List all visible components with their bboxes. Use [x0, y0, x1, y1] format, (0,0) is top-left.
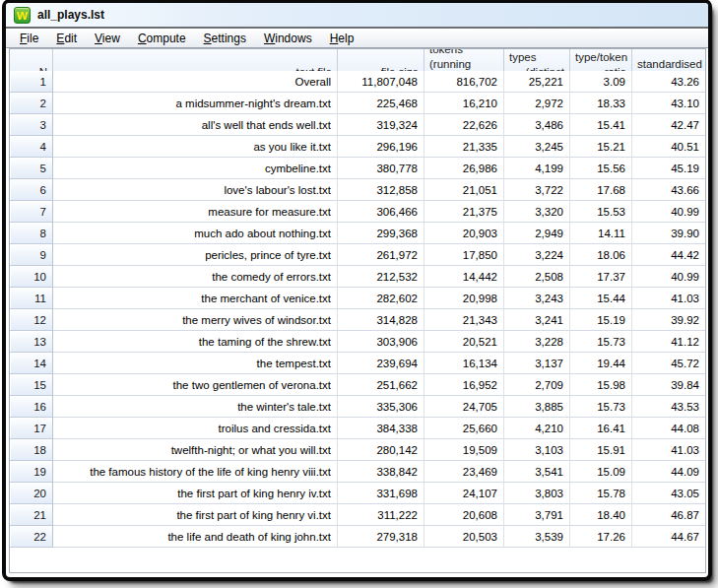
- cell-text_file[interactable]: the comedy of errors.txt: [53, 266, 338, 288]
- cell-tokens[interactable]: 20,998: [424, 288, 504, 309]
- cell-file_size[interactable]: 11,807,048: [338, 71, 424, 93]
- cell-text_file[interactable]: the life and death of king john.txt: [53, 526, 338, 548]
- cell-file_size[interactable]: 319,324: [338, 114, 424, 136]
- cell-tokens[interactable]: 19,509: [424, 439, 504, 461]
- cell-tokens[interactable]: 23,469: [424, 461, 504, 483]
- row-number[interactable]: 7: [10, 201, 53, 223]
- cell-text_file[interactable]: the winter's tale.txt: [53, 396, 338, 418]
- cell-sttr[interactable]: 46.87: [632, 504, 705, 526]
- cell-types[interactable]: 3,486: [504, 114, 570, 136]
- cell-ttr[interactable]: 15.44: [570, 288, 632, 309]
- menu-item-windows[interactable]: Windows: [255, 31, 321, 46]
- cell-file_size[interactable]: 311,222: [338, 504, 424, 526]
- cell-ttr[interactable]: 15.98: [570, 374, 632, 396]
- cell-types[interactable]: 3,224: [504, 244, 570, 266]
- cell-text_file[interactable]: troilus and cressida.txt: [53, 418, 338, 439]
- cell-ttr[interactable]: 14.11: [570, 223, 632, 244]
- cell-ttr[interactable]: 18.33: [570, 93, 632, 114]
- cell-sttr[interactable]: 41.03: [632, 439, 705, 461]
- cell-tokens[interactable]: 816,702: [424, 71, 504, 93]
- cell-file_size[interactable]: 384,338: [338, 418, 424, 439]
- cell-text_file[interactable]: the first part of king henry vi.txt: [53, 504, 338, 526]
- row-number[interactable]: 10: [10, 266, 53, 288]
- cell-types[interactable]: 3,803: [504, 483, 570, 504]
- cell-file_size[interactable]: 282,602: [338, 288, 424, 309]
- cell-sttr[interactable]: 40.99: [632, 201, 705, 223]
- cell-text_file[interactable]: the taming of the shrew.txt: [53, 331, 338, 353]
- cell-file_size[interactable]: 212,532: [338, 266, 424, 288]
- row-number[interactable]: 22: [10, 526, 53, 548]
- row-number[interactable]: 3: [10, 114, 53, 136]
- cell-types[interactable]: 3,245: [504, 136, 570, 158]
- row-number[interactable]: 9: [10, 244, 53, 266]
- menu-item-view[interactable]: View: [86, 31, 129, 46]
- cell-text_file[interactable]: love's labour's lost.txt: [53, 179, 338, 201]
- cell-tokens[interactable]: 20,608: [424, 504, 504, 526]
- cell-text_file[interactable]: the two gentlemen of verona.txt: [53, 374, 338, 396]
- cell-file_size[interactable]: 338,842: [338, 461, 424, 483]
- cell-file_size[interactable]: 261,972: [338, 244, 424, 266]
- cell-ttr[interactable]: 15.56: [570, 158, 632, 179]
- cell-text_file[interactable]: a midsummer-night's dream.txt: [53, 93, 338, 114]
- row-number[interactable]: 12: [10, 309, 53, 331]
- menu-item-compute[interactable]: Compute: [129, 31, 195, 46]
- cell-text_file[interactable]: the merry wives of windsor.txt: [53, 309, 338, 331]
- cell-types[interactable]: 3,541: [504, 461, 570, 483]
- row-number[interactable]: 21: [10, 504, 53, 526]
- row-number[interactable]: 8: [10, 223, 53, 244]
- cell-types[interactable]: 2,508: [504, 266, 570, 288]
- cell-ttr[interactable]: 15.41: [570, 114, 632, 136]
- cell-ttr[interactable]: 15.73: [570, 331, 632, 353]
- cell-sttr[interactable]: 39.90: [632, 223, 705, 244]
- cell-text_file[interactable]: as you like it.txt: [53, 136, 338, 158]
- cell-text_file[interactable]: all's well that ends well.txt: [53, 114, 338, 136]
- cell-tokens[interactable]: 16,210: [424, 93, 504, 114]
- cell-ttr[interactable]: 15.19: [570, 309, 632, 331]
- cell-ttr[interactable]: 18.40: [570, 504, 632, 526]
- menu-item-edit[interactable]: Edit: [47, 31, 86, 46]
- row-number[interactable]: 16: [10, 396, 53, 418]
- cell-types[interactable]: 4,210: [504, 418, 570, 439]
- cell-sttr[interactable]: 39.92: [632, 309, 705, 331]
- row-number[interactable]: 6: [10, 179, 53, 201]
- cell-ttr[interactable]: 15.78: [570, 483, 632, 504]
- cell-text_file[interactable]: the tempest.txt: [53, 353, 338, 374]
- cell-tokens[interactable]: 24,107: [424, 483, 504, 504]
- cell-sttr[interactable]: 41.03: [632, 288, 705, 309]
- cell-types[interactable]: 3,243: [504, 288, 570, 309]
- cell-file_size[interactable]: 314,828: [338, 309, 424, 331]
- cell-ttr[interactable]: 18.06: [570, 244, 632, 266]
- cell-sttr[interactable]: 44.67: [632, 526, 705, 548]
- cell-sttr[interactable]: 44.08: [632, 418, 705, 439]
- cell-types[interactable]: 3,103: [504, 439, 570, 461]
- cell-sttr[interactable]: 39.84: [632, 374, 705, 396]
- cell-types[interactable]: 2,709: [504, 374, 570, 396]
- cell-ttr[interactable]: 15.53: [570, 201, 632, 223]
- cell-file_size[interactable]: 239,694: [338, 353, 424, 374]
- titlebar[interactable]: w all_plays.lst: [6, 3, 708, 29]
- row-number[interactable]: 5: [10, 158, 53, 179]
- row-number[interactable]: 17: [10, 418, 53, 439]
- cell-tokens[interactable]: 20,503: [424, 526, 504, 548]
- cell-tokens[interactable]: 14,442: [424, 266, 504, 288]
- cell-sttr[interactable]: 40.51: [632, 136, 705, 158]
- cell-file_size[interactable]: 279,318: [338, 526, 424, 548]
- cell-file_size[interactable]: 299,368: [338, 223, 424, 244]
- cell-text_file[interactable]: cymbeline.txt: [53, 158, 338, 179]
- cell-text_file[interactable]: much ado about nothing.txt: [53, 223, 338, 244]
- menu-item-help[interactable]: Help: [321, 31, 363, 46]
- cell-sttr[interactable]: 40.99: [632, 266, 705, 288]
- cell-tokens[interactable]: 25,660: [424, 418, 504, 439]
- cell-file_size[interactable]: 296,196: [338, 136, 424, 158]
- row-number[interactable]: 1: [10, 71, 53, 93]
- cell-text_file[interactable]: pericles, prince of tyre.txt: [53, 244, 338, 266]
- cell-file_size[interactable]: 251,662: [338, 374, 424, 396]
- cell-file_size[interactable]: 335,306: [338, 396, 424, 418]
- cell-file_size[interactable]: 303,906: [338, 331, 424, 353]
- cell-types[interactable]: 3,791: [504, 504, 570, 526]
- cell-file_size[interactable]: 280,142: [338, 439, 424, 461]
- cell-ttr[interactable]: 17.26: [570, 526, 632, 548]
- cell-ttr[interactable]: 15.21: [570, 136, 632, 158]
- row-number[interactable]: 14: [10, 353, 53, 374]
- cell-types[interactable]: 4,199: [504, 158, 570, 179]
